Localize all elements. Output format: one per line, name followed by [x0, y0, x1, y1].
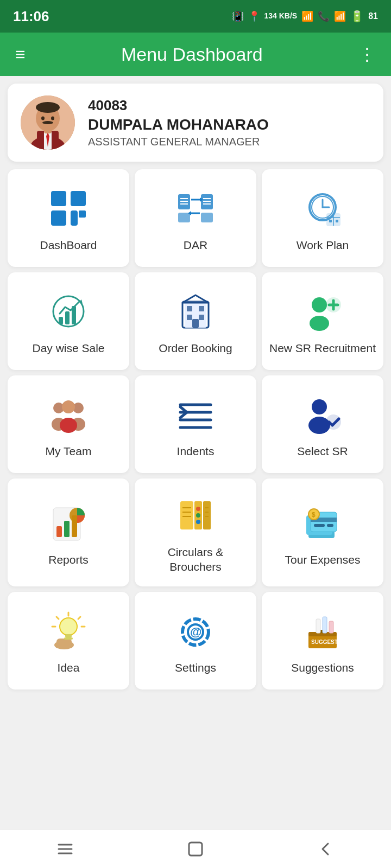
svg-rect-104 — [64, 637, 73, 640]
profile-name: DUMPALA MOHANARAO — [88, 116, 269, 133]
svg-text:SUGGESTIONS: SUGGESTIONS — [311, 639, 342, 645]
menu-item-selectsr[interactable]: Select SR — [262, 375, 383, 473]
svg-rect-71 — [56, 526, 62, 537]
svg-point-62 — [60, 418, 77, 433]
nav-menu-button[interactable] — [43, 835, 87, 863]
menu-item-reports[interactable]: Reports — [8, 478, 129, 586]
svg-rect-37 — [329, 220, 332, 222]
svg-rect-13 — [51, 210, 66, 226]
svg-point-82 — [196, 513, 200, 518]
more-options-button[interactable]: ⋮ — [358, 44, 376, 65]
profile-info: 40083 DUMPALA MOHANARAO ASSISTANT GENERA… — [88, 97, 269, 148]
menu-item-newsr[interactable]: New SR Recruitment — [262, 272, 383, 370]
svg-point-83 — [196, 520, 200, 524]
svg-rect-111 — [316, 619, 320, 633]
svg-rect-38 — [336, 220, 338, 222]
idea-icon — [47, 609, 90, 653]
nav-home-button[interactable] — [174, 835, 217, 863]
circulars-label: Circulars & Brouchers — [140, 545, 251, 575]
signal-icon: 📶 — [334, 10, 346, 22]
status-bar: 11:06 📳 📍 134 KB/S 📶 📞 📶 🔋 81 — [0, 0, 391, 33]
avatar — [21, 95, 75, 150]
svg-rect-77 — [203, 501, 211, 529]
app-bar-title: Menu Dashboard — [121, 44, 263, 65]
call-icon: 📞 — [318, 10, 330, 22]
menu-item-dashboard[interactable]: DashBoard — [8, 169, 129, 267]
myteam-icon — [47, 393, 90, 436]
svg-rect-118 — [189, 843, 202, 856]
suggestions-icon: SUGGESTIONS — [301, 609, 344, 653]
indents-label: Indents — [177, 444, 215, 458]
nav-back-button[interactable] — [304, 835, 348, 863]
svg-rect-48 — [199, 306, 204, 311]
svg-rect-15 — [79, 210, 86, 218]
idea-label: Idea — [58, 660, 80, 675]
menu-item-indents[interactable]: Indents — [135, 375, 256, 473]
svg-rect-112 — [323, 617, 327, 633]
dashboard-icon — [47, 187, 90, 230]
svg-rect-41 — [65, 311, 70, 324]
svg-point-10 — [51, 117, 54, 120]
profile-role: ASSISTANT GENERAL MANAGER — [88, 136, 269, 148]
avatar-image — [21, 95, 75, 150]
newsr-icon — [301, 290, 344, 333]
circulars-icon — [174, 494, 217, 537]
svg-rect-29 — [201, 213, 213, 222]
reports-icon — [47, 501, 90, 545]
svg-point-8 — [42, 121, 53, 124]
menu-item-settings[interactable]: @ Settings — [135, 592, 256, 690]
menu-item-suggestions[interactable]: SUGGESTIONS Suggestions — [262, 592, 383, 690]
daywisesale-label: Day wise Sale — [32, 341, 104, 355]
menu-grid: DashBoard — [0, 162, 391, 697]
svg-rect-103 — [65, 634, 72, 637]
reports-label: Reports — [48, 552, 89, 567]
indents-icon — [174, 393, 217, 436]
svg-rect-40 — [59, 317, 63, 324]
svg-rect-49 — [187, 315, 192, 320]
svg-rect-92 — [327, 524, 333, 527]
selectsr-label: Select SR — [297, 444, 348, 458]
svg-rect-11 — [51, 191, 66, 206]
settings-icon: @ — [174, 609, 217, 653]
selectsr-icon — [301, 393, 344, 436]
svg-rect-14 — [71, 210, 78, 226]
svg-point-7 — [36, 102, 60, 113]
workplan-icon — [301, 187, 344, 230]
tourexpenses-icon: $ — [301, 501, 344, 545]
menu-item-myteam[interactable]: My Team — [8, 375, 129, 473]
hamburger-menu-button[interactable]: ≡ — [15, 44, 26, 65]
workplan-label: Work Plan — [297, 238, 349, 252]
svg-rect-75 — [180, 501, 193, 529]
menu-item-workplan[interactable]: Work Plan — [262, 169, 383, 267]
orderbooking-label: Order Booking — [159, 341, 232, 355]
myteam-label: My Team — [46, 444, 92, 458]
menu-item-circulars[interactable]: Circulars & Brouchers — [135, 478, 256, 586]
nav-hamburger-icon — [56, 840, 74, 858]
menu-item-tourexpenses[interactable]: $ Tour Expenses — [262, 478, 383, 586]
daywisesale-icon — [47, 290, 90, 333]
svg-point-9 — [41, 117, 45, 120]
profile-card: 40083 DUMPALA MOHANARAO ASSISTANT GENERA… — [8, 84, 383, 162]
svg-rect-72 — [64, 521, 70, 537]
svg-rect-113 — [329, 621, 333, 633]
app-bar: ≡ Menu Dashboard ⋮ — [0, 33, 391, 76]
svg-point-67 — [312, 399, 327, 414]
svg-rect-47 — [187, 306, 192, 311]
bottom-nav — [0, 829, 391, 868]
data-speed: 134 KB/S — [264, 12, 298, 20]
svg-text:@: @ — [190, 625, 201, 639]
dashboard-label: DashBoard — [40, 238, 97, 252]
menu-item-idea[interactable]: Idea — [8, 592, 129, 690]
menu-item-orderbooking[interactable]: Order Booking — [135, 272, 256, 370]
battery-level: 81 — [368, 11, 378, 21]
menu-item-daywisesale[interactable]: Day wise Sale — [8, 272, 129, 370]
svg-rect-96 — [56, 639, 72, 647]
svg-point-61 — [62, 400, 75, 413]
tourexpenses-label: Tour Expenses — [285, 552, 361, 567]
suggestions-label: Suggestions — [291, 660, 354, 675]
menu-item-dar[interactable]: DAR — [135, 169, 256, 267]
profile-id: 40083 — [88, 97, 269, 114]
nav-back-icon — [317, 840, 335, 858]
svg-text:$: $ — [312, 511, 316, 519]
dar-label: DAR — [184, 238, 207, 252]
